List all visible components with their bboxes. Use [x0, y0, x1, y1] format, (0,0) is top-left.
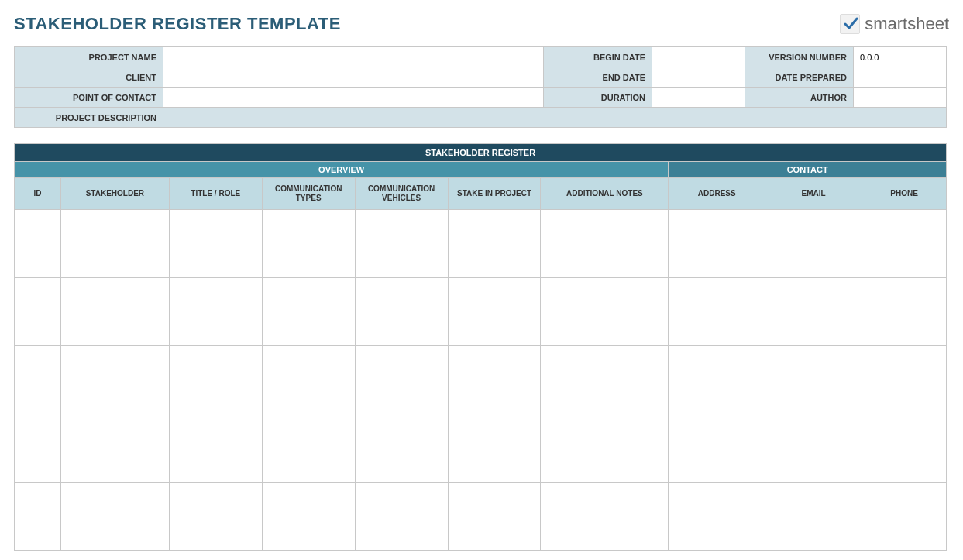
col-comm-vehicles: COMMUNICATION VEHICLES: [355, 178, 448, 210]
cell-stakeholder[interactable]: [60, 346, 169, 414]
cell-title_role[interactable]: [169, 346, 262, 414]
cell-additional_notes[interactable]: [541, 346, 669, 414]
cell-comm_vehicles[interactable]: [355, 483, 448, 551]
cell-additional_notes[interactable]: [541, 483, 669, 551]
col-comm-types: COMMUNICATION TYPES: [262, 178, 355, 210]
cell-comm_types[interactable]: [262, 210, 355, 278]
cell-email[interactable]: [765, 210, 862, 278]
label-duration: DURATION: [544, 88, 652, 108]
value-duration[interactable]: [652, 88, 745, 108]
cell-comm_types[interactable]: [262, 346, 355, 414]
cell-title_role[interactable]: [169, 210, 262, 278]
cell-phone[interactable]: [862, 483, 947, 551]
col-address: ADDRESS: [669, 178, 765, 210]
value-project-description[interactable]: [163, 108, 947, 128]
value-begin-date[interactable]: [652, 47, 745, 67]
checkmark-icon: [840, 14, 860, 34]
col-title-role: TITLE / ROLE: [169, 178, 262, 210]
value-date-prepared[interactable]: [854, 67, 947, 88]
cell-address[interactable]: [669, 210, 765, 278]
cell-comm_vehicles[interactable]: [355, 414, 448, 483]
cell-stake_in_project[interactable]: [448, 346, 541, 414]
page-title: STAKEHOLDER REGISTER TEMPLATE: [14, 14, 341, 34]
cell-additional_notes[interactable]: [541, 414, 669, 483]
cell-stakeholder[interactable]: [60, 278, 169, 346]
cell-stakeholder[interactable]: [60, 210, 169, 278]
cell-id[interactable]: [15, 346, 61, 414]
cell-email[interactable]: [765, 278, 862, 346]
cell-address[interactable]: [669, 414, 765, 483]
cell-id[interactable]: [15, 414, 61, 483]
cell-address[interactable]: [669, 278, 765, 346]
value-version-number[interactable]: 0.0.0: [854, 47, 947, 67]
label-point-of-contact: POINT OF CONTACT: [15, 88, 163, 108]
label-version-number: VERSION NUMBER: [745, 47, 854, 67]
cell-stake_in_project[interactable]: [448, 483, 541, 551]
cell-stakeholder[interactable]: [60, 414, 169, 483]
col-stakeholder: STAKEHOLDER: [60, 178, 169, 210]
cell-stake_in_project[interactable]: [448, 278, 541, 346]
col-stake-in-project: STAKE IN PROJECT: [448, 178, 541, 210]
stakeholder-register-table: STAKEHOLDER REGISTER OVERVIEW CONTACT ID…: [14, 143, 947, 551]
register-title: STAKEHOLDER REGISTER: [15, 144, 947, 162]
label-author: AUTHOR: [745, 88, 854, 108]
brand-logo: smartsheet: [840, 14, 949, 34]
cell-comm_vehicles[interactable]: [355, 278, 448, 346]
cell-id[interactable]: [15, 278, 61, 346]
value-project-name[interactable]: [163, 47, 544, 67]
cell-phone[interactable]: [862, 278, 947, 346]
cell-id[interactable]: [15, 210, 61, 278]
project-meta-table: PROJECT NAME BEGIN DATE VERSION NUMBER 0…: [14, 46, 947, 128]
cell-address[interactable]: [669, 346, 765, 414]
value-end-date[interactable]: [652, 67, 745, 88]
cell-stakeholder[interactable]: [60, 483, 169, 551]
group-contact: CONTACT: [669, 162, 947, 178]
cell-comm_vehicles[interactable]: [355, 210, 448, 278]
cell-title_role[interactable]: [169, 483, 262, 551]
cell-email[interactable]: [765, 346, 862, 414]
cell-address[interactable]: [669, 483, 765, 551]
group-overview: OVERVIEW: [15, 162, 669, 178]
table-row: [15, 414, 947, 483]
cell-comm_vehicles[interactable]: [355, 346, 448, 414]
col-additional-notes: ADDITIONAL NOTES: [541, 178, 669, 210]
header: STAKEHOLDER REGISTER TEMPLATE smartsheet: [14, 14, 949, 34]
cell-additional_notes[interactable]: [541, 210, 669, 278]
cell-stake_in_project[interactable]: [448, 414, 541, 483]
cell-comm_types[interactable]: [262, 483, 355, 551]
cell-stake_in_project[interactable]: [448, 210, 541, 278]
col-phone: PHONE: [862, 178, 947, 210]
cell-email[interactable]: [765, 414, 862, 483]
cell-comm_types[interactable]: [262, 414, 355, 483]
table-row: [15, 346, 947, 414]
cell-email[interactable]: [765, 483, 862, 551]
table-row: [15, 210, 947, 278]
cell-title_role[interactable]: [169, 278, 262, 346]
cell-phone[interactable]: [862, 414, 947, 483]
value-client[interactable]: [163, 67, 544, 88]
cell-id[interactable]: [15, 483, 61, 551]
label-project-name: PROJECT NAME: [15, 47, 163, 67]
value-author[interactable]: [854, 88, 947, 108]
col-id: ID: [15, 178, 61, 210]
value-point-of-contact[interactable]: [163, 88, 544, 108]
label-begin-date: BEGIN DATE: [544, 47, 652, 67]
cell-comm_types[interactable]: [262, 278, 355, 346]
label-date-prepared: DATE PREPARED: [745, 67, 854, 88]
table-row: [15, 278, 947, 346]
table-row: [15, 483, 947, 551]
cell-title_role[interactable]: [169, 414, 262, 483]
cell-phone[interactable]: [862, 210, 947, 278]
label-project-description: PROJECT DESCRIPTION: [15, 108, 163, 128]
cell-additional_notes[interactable]: [541, 278, 669, 346]
cell-phone[interactable]: [862, 346, 947, 414]
brand-logo-text: smartsheet: [865, 14, 949, 34]
col-email: EMAIL: [765, 178, 862, 210]
label-client: CLIENT: [15, 67, 163, 88]
label-end-date: END DATE: [544, 67, 652, 88]
